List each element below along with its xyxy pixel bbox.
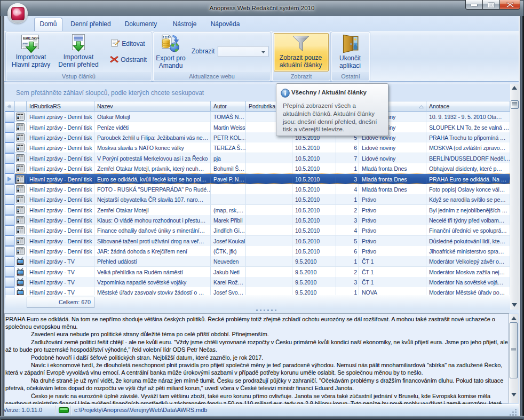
svg-text:Daily News: Daily News <box>23 36 39 39</box>
